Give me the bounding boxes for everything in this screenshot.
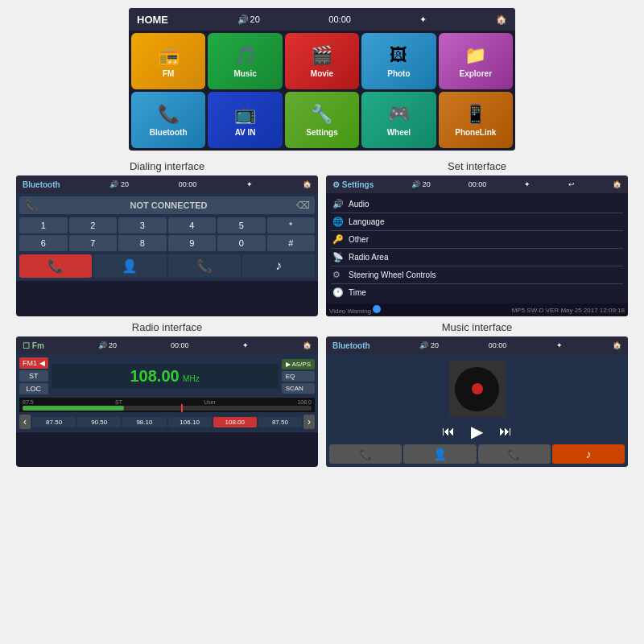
eq-button[interactable]: EQ [282, 371, 315, 382]
key-8[interactable]: 8 [118, 235, 167, 251]
section-row-1: Dialing interface Bluetooth 🔊 20 00:00 ✦… [16, 160, 628, 316]
tile-movie[interactable]: 🎬 Movie [285, 33, 359, 89]
dialing-wrap: Dialing interface Bluetooth 🔊 20 00:00 ✦… [16, 160, 318, 316]
radio-controls: FM1 ◀ ST LOC 108.00 MHz ▶ AS/PS EQ SCAN [19, 357, 315, 394]
next-button[interactable]: ⏭ [499, 424, 512, 439]
music-label: Music [233, 69, 256, 78]
key-6[interactable]: 6 [19, 235, 68, 251]
play-button[interactable]: ▶ [471, 422, 483, 441]
call-button[interactable]: 📞 [19, 254, 92, 278]
key-5[interactable]: 5 [217, 217, 266, 233]
tile-settings[interactable]: 🔧 Settings [285, 92, 359, 148]
music-disc-inner [472, 383, 483, 394]
scan-button[interactable]: SCAN [282, 383, 315, 394]
freq-user-label: User [204, 399, 216, 405]
tile-explorer[interactable]: 📁 Explorer [439, 33, 513, 89]
preset-6[interactable]: 87.50 [258, 417, 302, 427]
radio-volume: 🔊 20 [98, 341, 118, 349]
radio-area-icon: 📡 [332, 252, 344, 262]
music-contacts-button[interactable]: 👤 [403, 444, 476, 464]
settings-time[interactable]: 🕐 Time [331, 284, 623, 301]
version-label: MP5 SW-D VER May 25 2017 12:09:18 [512, 307, 625, 314]
settings-radio-area[interactable]: 📡 Radio Area [331, 249, 623, 266]
music-call-button[interactable]: 📞 [329, 444, 402, 464]
dialing-home: 🏠 [303, 180, 312, 188]
radio-bar-area: 87.5 ST User 108.0 [19, 398, 315, 412]
settings-sun: ✦ [524, 180, 530, 188]
radio-bar-labels: 87.5 ST User 108.0 [23, 399, 312, 405]
preset-5[interactable]: 108.00 [213, 417, 257, 427]
prev-preset-button[interactable]: ‹ [19, 415, 31, 429]
sun-icon: ✦ [419, 14, 427, 25]
photo-icon: 🖼 [390, 45, 407, 66]
fm-icon: 📻 [158, 45, 180, 66]
music-album-art [449, 361, 506, 417]
preset-1[interactable]: 87.50 [32, 417, 76, 427]
st-button[interactable]: ST [19, 370, 48, 382]
key-4[interactable]: 4 [168, 217, 217, 233]
settings-header: ⚙ Settings 🔊 20 00:00 ✦ ↩ 🏠 [326, 175, 628, 193]
settings-other[interactable]: 🔑 Other [331, 231, 623, 249]
explorer-icon: 📁 [464, 45, 486, 66]
settings-home-icon: 🏠 [613, 180, 621, 188]
asps-button[interactable]: ▶ AS/PS [282, 359, 315, 369]
phonelink-icon: 📱 [464, 104, 486, 125]
dial-backspace[interactable]: ⌫ [296, 200, 310, 211]
music-home: 🏠 [613, 341, 621, 349]
tile-avin[interactable]: 📺 AV IN [208, 92, 282, 148]
key-9[interactable]: 9 [168, 235, 217, 251]
settings-back[interactable]: ↩ [568, 180, 575, 188]
preset-3[interactable]: 98.10 [122, 417, 166, 427]
tile-phonelink[interactable]: 📱 PhoneLink [439, 92, 513, 148]
music-header-title: Bluetooth [332, 341, 370, 350]
music-time: 00:00 [489, 341, 507, 349]
key-star[interactable]: * [267, 217, 316, 233]
radio-preset-col: FM1 ◀ ST LOC [19, 357, 48, 394]
key-0[interactable]: 0 [217, 235, 266, 251]
key-2[interactable]: 2 [69, 217, 118, 233]
radio-bar-fill [23, 406, 124, 411]
dialing-time: 00:00 [179, 180, 197, 188]
key-hash[interactable]: # [267, 235, 316, 251]
key-7[interactable]: 7 [69, 235, 118, 251]
phonelink-label: PhoneLink [455, 128, 496, 137]
dialing-header-title: Bluetooth [23, 180, 60, 189]
tile-wheel[interactable]: 🎮 Wheel [361, 92, 436, 148]
tile-photo[interactable]: 🖼 Photo [361, 33, 436, 89]
radio-label: Radio interface [16, 321, 318, 333]
tile-music[interactable]: 🎵 Music [208, 33, 282, 89]
music-wrap: Music interface Bluetooth 🔊 20 00:00 ✦ 🏠 [326, 321, 628, 467]
movie-label: Movie [311, 69, 333, 78]
freq-start-label: 87.5 [23, 399, 34, 405]
loc-button[interactable]: LOC [19, 383, 48, 394]
prev-button[interactable]: ⏮ [442, 424, 455, 439]
home-screen: HOME 🔊 20 00:00 ✦ 🏠 📻 FM 🎵 Music 🎬 Movie [129, 8, 515, 151]
language-label: Language [349, 217, 385, 226]
preset-2[interactable]: 90.50 [77, 417, 121, 427]
radio-freq-value: 108.00 [130, 367, 179, 385]
dialing-header: Bluetooth 🔊 20 00:00 ✦ 🏠 [16, 175, 318, 193]
settings-steering[interactable]: ⚙ Steering Wheel Controls [331, 266, 623, 284]
tile-bluetooth[interactable]: 📞 Bluetooth [131, 92, 205, 148]
radio-header: ☐ Fm 🔊 20 00:00 ✦ 🏠 [16, 336, 318, 354]
next-preset-button[interactable]: › [303, 415, 315, 429]
settings-icon: 🔧 [311, 104, 332, 125]
music-note-button[interactable]: ♪ [552, 444, 625, 464]
contacts-button[interactable]: 👤 [93, 254, 166, 278]
settings-language[interactable]: 🌐 Language [331, 213, 623, 231]
music-dial-button[interactable]: 📞 [478, 444, 551, 464]
home-icon: 🏠 [496, 14, 507, 25]
fm1-button[interactable]: FM1 ◀ [19, 357, 48, 369]
preset-4[interactable]: 106.10 [168, 417, 212, 427]
dial-button[interactable]: 📞 [168, 254, 241, 278]
dial-content: 📞 NOT CONNECTED ⌫ 1 2 3 4 5 * 6 7 8 [16, 193, 318, 281]
key-1[interactable]: 1 [19, 217, 68, 233]
dial-actions: 📞 👤 📞 ♪ [19, 254, 315, 278]
key-3[interactable]: 3 [118, 217, 167, 233]
radio-bar-track [23, 406, 312, 411]
settings-audio[interactable]: 🔊 Audio [331, 196, 623, 213]
music-header: Bluetooth 🔊 20 00:00 ✦ 🏠 [326, 336, 628, 354]
tile-fm[interactable]: 📻 FM [131, 33, 205, 89]
music-button-dial[interactable]: ♪ [242, 254, 315, 278]
settings-label: Set interface [326, 160, 628, 172]
